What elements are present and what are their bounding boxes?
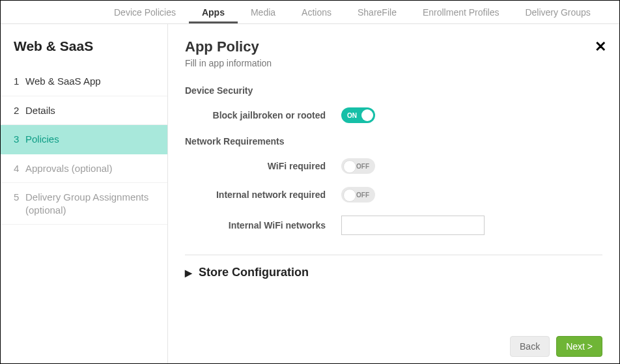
- top-tabs: Device Policies Apps Media Actions Share…: [1, 1, 619, 24]
- label-block-jailbroken: Block jailbroken or rooted: [185, 110, 341, 120]
- wizard-sidebar: Web & SaaS 1 Web & SaaS App 2 Details 3 …: [1, 24, 168, 363]
- tab-actions[interactable]: Actions: [289, 2, 345, 23]
- step-details[interactable]: 2 Details: [1, 96, 167, 126]
- main-panel: ✕ App Policy Fill in app information Dev…: [168, 24, 619, 363]
- toggle-wifi-required[interactable]: OFF: [341, 158, 375, 174]
- label-wifi-required: WiFi required: [185, 161, 341, 171]
- step-label: Delivery Group Assignments (optional): [25, 191, 154, 216]
- page-title: App Policy: [185, 38, 602, 55]
- step-approvals[interactable]: 4 Approvals (optional): [1, 154, 167, 184]
- store-configuration-toggle[interactable]: ▶ Store Configuration: [185, 266, 602, 279]
- sidebar-title: Web & SaaS: [1, 38, 167, 67]
- tab-apps[interactable]: Apps: [189, 2, 238, 23]
- step-web-saas-app[interactable]: 1 Web & SaaS App: [1, 67, 167, 96]
- section-device-security: Device Security: [185, 85, 602, 96]
- step-number: 4: [14, 162, 25, 175]
- step-label: Web & SaaS App: [25, 75, 101, 88]
- input-internal-wifi-networks[interactable]: [341, 216, 485, 235]
- next-button[interactable]: Next >: [556, 336, 602, 357]
- wizard-footer: Back Next >: [185, 332, 602, 363]
- step-policies[interactable]: 3 Policies: [1, 125, 167, 154]
- label-internal-wifi-networks: Internal WiFi networks: [185, 220, 341, 231]
- caret-right-icon: ▶: [185, 268, 192, 278]
- section-network-requirements: Network Requirements: [185, 136, 602, 147]
- tab-enrollment-profiles[interactable]: Enrollment Profiles: [410, 2, 513, 23]
- tab-device-policies[interactable]: Device Policies: [101, 2, 189, 23]
- tab-sharefile[interactable]: ShareFile: [345, 2, 410, 23]
- step-label: Policies: [25, 133, 59, 146]
- page-subtitle: Fill in app information: [185, 58, 602, 68]
- step-label: Details: [25, 104, 55, 117]
- close-icon[interactable]: ✕: [595, 40, 606, 54]
- tab-delivery-groups[interactable]: Delivery Groups: [512, 2, 603, 23]
- step-number: 1: [14, 75, 25, 88]
- step-number: 5: [14, 191, 25, 204]
- tab-media[interactable]: Media: [238, 2, 289, 23]
- label-internal-required: Internal network required: [185, 189, 341, 200]
- section-divider: [185, 255, 602, 255]
- toggle-block-jailbroken[interactable]: ON: [341, 107, 375, 123]
- store-configuration-label: Store Configuration: [199, 266, 309, 279]
- step-delivery-group-assignments[interactable]: 5 Delivery Group Assignments (optional): [1, 183, 167, 225]
- step-number: 2: [14, 104, 25, 117]
- step-number: 3: [14, 133, 25, 146]
- toggle-internal-required[interactable]: OFF: [341, 187, 375, 203]
- back-button[interactable]: Back: [510, 336, 550, 357]
- step-label: Approvals (optional): [25, 162, 112, 175]
